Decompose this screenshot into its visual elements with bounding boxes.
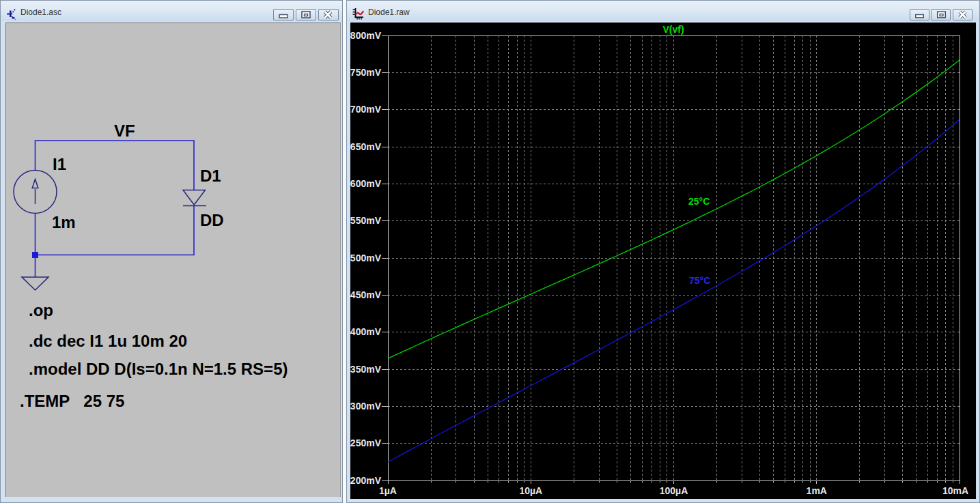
svg-text:600mV: 600mV xyxy=(350,178,382,189)
svg-text:.model DD D(Is=0.1n N=1.5 RS=5: .model DD D(Is=0.1n N=1.5 RS=5) xyxy=(29,360,288,378)
svg-text:D1: D1 xyxy=(200,167,221,185)
svg-text:650mV: 650mV xyxy=(350,141,382,152)
svg-text:I1: I1 xyxy=(53,155,66,173)
svg-text:.op: .op xyxy=(29,301,53,319)
svg-text:500mV: 500mV xyxy=(350,253,382,263)
svg-text:1m: 1m xyxy=(52,213,76,231)
svg-text:100µA: 100µA xyxy=(660,485,688,496)
svg-text:550mV: 550mV xyxy=(350,215,382,226)
svg-text:DD: DD xyxy=(200,211,224,229)
svg-text:750mV: 750mV xyxy=(350,67,382,78)
svg-text:300mV: 300mV xyxy=(350,401,382,412)
svg-text:400mV: 400mV xyxy=(350,326,382,337)
svg-text:10µA: 10µA xyxy=(519,485,542,496)
svg-text:10mA: 10mA xyxy=(942,485,968,496)
svg-text:V(vf): V(vf) xyxy=(662,24,684,35)
svg-text:350mV: 350mV xyxy=(350,364,382,375)
svg-text:1µA: 1µA xyxy=(379,485,397,496)
svg-text:450mV: 450mV xyxy=(350,289,382,300)
svg-text:.TEMP 25 75: .TEMP 25 75 xyxy=(20,392,124,410)
svg-text:25°C: 25°C xyxy=(688,196,710,207)
svg-text:700mV: 700mV xyxy=(350,104,382,115)
svg-text:VF: VF xyxy=(114,121,135,140)
svg-text:.dc dec I1 1u 10m 20: .dc dec I1 1u 10m 20 xyxy=(29,332,187,350)
svg-text:200mV: 200mV xyxy=(350,475,382,486)
svg-text:800mV: 800mV xyxy=(350,30,382,41)
svg-text:75°C: 75°C xyxy=(689,275,710,286)
svg-text:1mA: 1mA xyxy=(807,485,827,496)
svg-text:250mV: 250mV xyxy=(350,437,382,448)
